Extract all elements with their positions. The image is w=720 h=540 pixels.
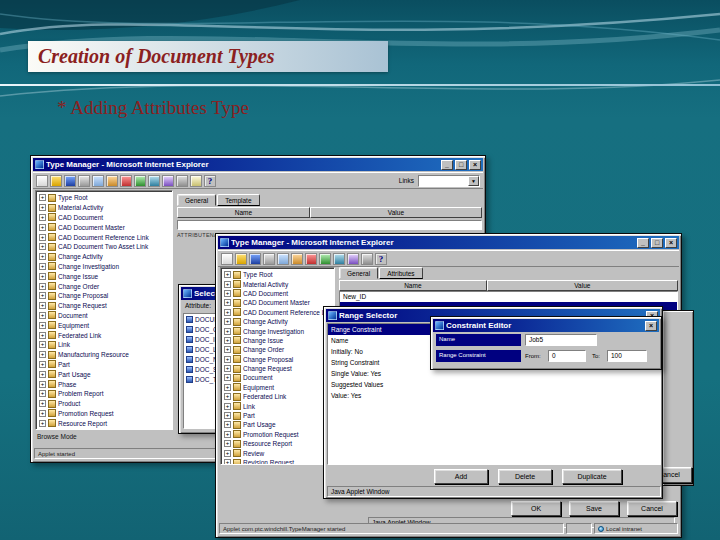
expand-icon[interactable]: [39, 361, 46, 368]
tree-item[interactable]: Change Order: [222, 345, 334, 354]
maximize-button[interactable]: □: [455, 160, 467, 170]
print-icon[interactable]: [361, 253, 373, 265]
tree-item[interactable]: Product: [37, 399, 172, 409]
copy-icon[interactable]: [92, 175, 104, 187]
expand-icon[interactable]: [39, 214, 46, 221]
expand-icon[interactable]: [224, 450, 231, 457]
tree-item[interactable]: Part Usage: [37, 369, 172, 379]
tree-item[interactable]: Change Request: [37, 301, 172, 311]
expand-icon[interactable]: [224, 290, 231, 297]
table-row[interactable]: New_ID: [340, 292, 677, 302]
properties-icon[interactable]: [190, 175, 202, 187]
expand-icon[interactable]: [224, 318, 231, 325]
tree-item[interactable]: CAD Document Master: [222, 298, 334, 307]
tree-item[interactable]: Phase: [37, 379, 172, 389]
save-icon[interactable]: [249, 253, 261, 265]
expand-icon[interactable]: [39, 253, 46, 260]
expand-icon[interactable]: [39, 332, 46, 339]
maximize-button[interactable]: □: [651, 238, 663, 248]
redo-icon[interactable]: [148, 175, 160, 187]
expand-icon[interactable]: [39, 292, 46, 299]
expand-icon[interactable]: [39, 302, 46, 309]
expand-icon[interactable]: [224, 459, 231, 465]
expand-icon[interactable]: [224, 365, 231, 372]
tree-item[interactable]: Document: [222, 373, 334, 382]
paste-icon[interactable]: [106, 175, 118, 187]
expand-icon[interactable]: [39, 341, 46, 348]
print-icon[interactable]: [176, 175, 188, 187]
tree-item[interactable]: CAD Document Reference Link: [37, 232, 172, 242]
tree-item[interactable]: Part Usage: [222, 420, 334, 429]
expand-icon[interactable]: [39, 351, 46, 358]
expand-icon[interactable]: [39, 312, 46, 319]
help-icon[interactable]: ?: [375, 253, 387, 265]
column-header-value[interactable]: Value: [310, 207, 482, 218]
expand-icon[interactable]: [224, 374, 231, 381]
tree-item[interactable]: Manufacturing Resource: [37, 350, 172, 360]
tab-template[interactable]: Template: [217, 194, 259, 206]
expand-icon[interactable]: [39, 390, 46, 397]
tree-item[interactable]: CAD Document: [37, 213, 172, 223]
tree-item[interactable]: Federated Link: [37, 330, 172, 340]
tree-item[interactable]: Promotion Request: [37, 409, 172, 419]
chevron-down-icon[interactable]: ▼: [468, 176, 479, 186]
add-button[interactable]: Add: [434, 469, 488, 484]
tree-item[interactable]: CAD Document Reference Link: [222, 308, 334, 317]
column-header-name[interactable]: Name: [339, 280, 487, 291]
undo-icon[interactable]: [134, 175, 146, 187]
expand-icon[interactable]: [224, 346, 231, 353]
open-icon[interactable]: [50, 175, 62, 187]
paste-icon[interactable]: [291, 253, 303, 265]
tree-item[interactable]: CAD Document Two Asset Link: [37, 242, 172, 252]
list-item[interactable]: Value: Yes: [328, 390, 660, 401]
expand-icon[interactable]: [39, 234, 46, 241]
expand-icon[interactable]: [224, 384, 231, 391]
tree-item[interactable]: CAD Document Master: [37, 222, 172, 232]
expand-icon[interactable]: [224, 337, 231, 344]
expand-icon[interactable]: [224, 356, 231, 363]
list-item[interactable]: Suggested Values: [328, 379, 660, 390]
delete-icon[interactable]: [120, 175, 132, 187]
tree-item[interactable]: Material Activity: [222, 279, 334, 288]
expand-icon[interactable]: [39, 204, 46, 211]
search-icon[interactable]: [347, 253, 359, 265]
tree-item[interactable]: Change Activity: [37, 252, 172, 262]
expand-icon[interactable]: [39, 381, 46, 388]
ok-button[interactable]: OK: [511, 501, 561, 516]
tree-item[interactable]: Revision Request: [222, 458, 334, 465]
expand-icon[interactable]: [224, 271, 231, 278]
tab-general[interactable]: General: [177, 194, 216, 206]
window-titlebar[interactable]: Type Manager - Microsoft Internet Explor…: [33, 158, 483, 171]
type-tree[interactable]: Type Root Material Activity CAD Document…: [220, 267, 335, 465]
close-button[interactable]: ×: [645, 321, 657, 331]
expand-icon[interactable]: [224, 421, 231, 428]
undo-icon[interactable]: [319, 253, 331, 265]
minimize-button[interactable]: _: [637, 238, 649, 248]
expand-icon[interactable]: [39, 400, 46, 407]
save-button[interactable]: Save: [569, 501, 619, 516]
redo-icon[interactable]: [333, 253, 345, 265]
save-icon[interactable]: [64, 175, 76, 187]
tree-item[interactable]: Problem Report: [37, 389, 172, 399]
name-value-field[interactable]: Job5: [525, 334, 597, 346]
tree-item[interactable]: Change Investigation: [222, 326, 334, 335]
expand-icon[interactable]: [39, 194, 46, 201]
tree-item[interactable]: Review: [222, 448, 334, 457]
tree-item[interactable]: Change Proposal: [37, 291, 172, 301]
expand-icon[interactable]: [224, 328, 231, 335]
search-icon[interactable]: [162, 175, 174, 187]
tree-item[interactable]: Change Issue: [37, 271, 172, 281]
delete-icon[interactable]: [305, 253, 317, 265]
tree-item[interactable]: Type Root: [37, 193, 172, 203]
expand-icon[interactable]: [39, 224, 46, 231]
expand-icon[interactable]: [224, 403, 231, 410]
name-cell[interactable]: Name: [436, 334, 521, 346]
expand-icon[interactable]: [39, 273, 46, 280]
tree-item[interactable]: Federated Link: [222, 392, 334, 401]
cut-icon[interactable]: [263, 253, 275, 265]
range-constraint-cell[interactable]: Range Constraint: [436, 350, 521, 362]
close-button[interactable]: ×: [665, 238, 677, 248]
links-dropdown[interactable]: ▼: [418, 175, 480, 187]
tree-item[interactable]: Part: [222, 411, 334, 420]
new-icon[interactable]: [221, 253, 233, 265]
